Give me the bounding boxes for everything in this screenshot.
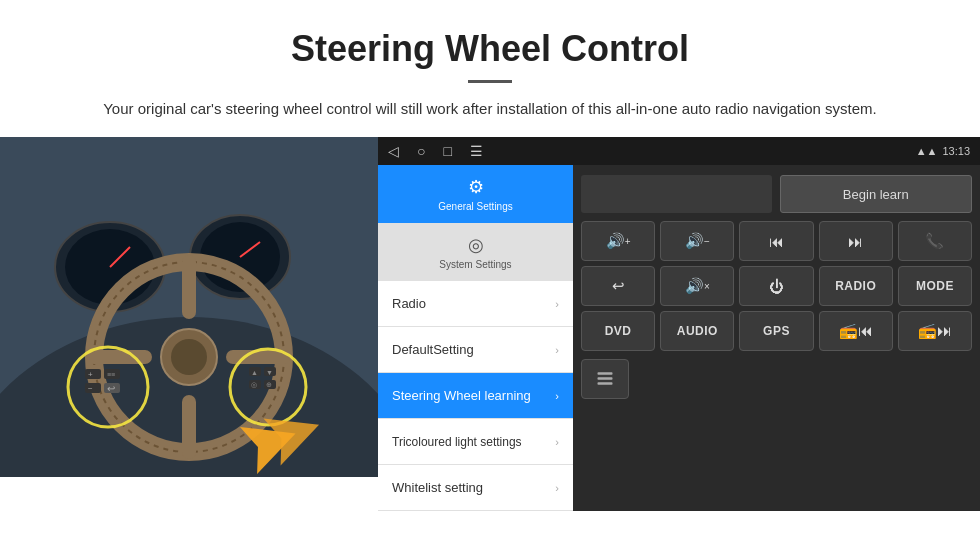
chevron-icon: › — [555, 436, 559, 448]
wifi-icon: ▲▲ — [916, 145, 938, 157]
svg-text:≡≡: ≡≡ — [107, 371, 115, 378]
svg-text:▼: ▼ — [266, 369, 273, 376]
power-btn[interactable]: ⏻ — [739, 266, 813, 306]
chevron-icon: › — [555, 482, 559, 494]
begin-learn-row: Begin learn — [581, 173, 972, 215]
control-row-1: 🔊+ 🔊− ⏮ ⏭ 📞 — [581, 221, 972, 261]
chevron-icon: › — [555, 344, 559, 356]
radio-prev-btn[interactable]: 📻⏮ — [819, 311, 893, 351]
car-image: + − ≡≡ ↩ ▲ ▼ ◎ ⊕ — [0, 137, 378, 477]
menu-item-steering[interactable]: Steering Wheel learning › — [378, 373, 573, 419]
home-nav-btn[interactable]: ○ — [417, 143, 425, 159]
recents-nav-btn[interactable]: □ — [443, 143, 451, 159]
control-row-2: ↩ 🔊× ⏻ RADIO MODE — [581, 266, 972, 306]
list-icon — [595, 369, 615, 389]
control-area: Begin learn 🔊+ 🔊− ⏮ ⏭ 📞 ↩ 🔊× — [573, 165, 980, 511]
menu-item-tricoloured[interactable]: Tricoloured light settings › — [378, 419, 573, 465]
title-divider — [468, 80, 512, 83]
menu-item-radio[interactable]: Radio › — [378, 281, 573, 327]
back-nav-btn[interactable]: ◁ — [388, 143, 399, 159]
audio-btn[interactable]: AUDIO — [660, 311, 734, 351]
menu-nav-btn[interactable]: ☰ — [470, 143, 483, 159]
chevron-icon: › — [555, 390, 559, 402]
prev-track-btn[interactable]: ⏮ — [739, 221, 813, 261]
android-main: ⚙ General Settings ◎ System Settings Rad… — [378, 165, 980, 511]
radio-btn[interactable]: RADIO — [819, 266, 893, 306]
svg-rect-37 — [598, 377, 613, 380]
svg-rect-36 — [598, 372, 613, 375]
control-row-3: DVD AUDIO GPS 📻⏮ 📻⏭ — [581, 311, 972, 351]
page-subtitle: Your original car's steering wheel contr… — [80, 97, 900, 121]
svg-point-15 — [171, 339, 207, 375]
settings-sidebar: ⚙ General Settings ◎ System Settings Rad… — [378, 165, 573, 511]
vol-down-btn[interactable]: 🔊− — [660, 221, 734, 261]
control-grid: 🔊+ 🔊− ⏮ ⏭ 📞 ↩ 🔊× ⏻ RADIO MODE — [581, 221, 972, 351]
mode-btn[interactable]: MODE — [898, 266, 972, 306]
android-nav: ◁ ○ □ ☰ — [388, 143, 483, 159]
control-row-bottom — [581, 359, 972, 399]
main-content: + − ≡≡ ↩ ▲ ▼ ◎ ⊕ — [0, 137, 980, 477]
page-title: Steering Wheel Control — [40, 28, 940, 70]
dvd-btn[interactable]: DVD — [581, 311, 655, 351]
svg-rect-38 — [598, 382, 613, 385]
begin-learn-spacer — [581, 175, 772, 213]
mute-btn[interactable]: 🔊× — [660, 266, 734, 306]
svg-text:↩: ↩ — [107, 383, 115, 394]
hang-up-btn[interactable]: ↩ — [581, 266, 655, 306]
top-section: Steering Wheel Control Your original car… — [0, 0, 980, 137]
android-device: ◁ ○ □ ☰ ▲▲ 13:13 ⚙ General Settings ◎ — [378, 137, 980, 477]
chevron-icon: › — [555, 298, 559, 310]
gps-btn[interactable]: GPS — [739, 311, 813, 351]
time-display: 13:13 — [942, 145, 970, 157]
radio-next-btn[interactable]: 📻⏭ — [898, 311, 972, 351]
status-icons: ▲▲ 13:13 — [916, 145, 970, 157]
steering-wheel-svg: + − ≡≡ ↩ ▲ ▼ ◎ ⊕ — [0, 137, 378, 477]
tab-general[interactable]: ⚙ General Settings — [378, 165, 573, 223]
begin-learn-button[interactable]: Begin learn — [780, 175, 973, 213]
menu-item-whitelist[interactable]: Whitelist setting › — [378, 465, 573, 511]
svg-text:◎: ◎ — [251, 381, 257, 388]
android-statusbar: ◁ ○ □ ☰ ▲▲ 13:13 — [378, 137, 980, 165]
svg-text:+: + — [88, 370, 93, 379]
vol-up-btn[interactable]: 🔊+ — [581, 221, 655, 261]
svg-text:▲: ▲ — [251, 369, 258, 376]
svg-text:⊕: ⊕ — [266, 381, 272, 388]
tab-system[interactable]: ◎ System Settings — [378, 223, 573, 281]
system-settings-icon: ◎ — [468, 234, 484, 256]
settings-menu: Radio › DefaultSetting › Steering Wheel … — [378, 281, 573, 511]
svg-text:−: − — [88, 384, 93, 393]
bottom-icon-btn[interactable] — [581, 359, 629, 399]
general-settings-icon: ⚙ — [468, 176, 484, 198]
phone-btn[interactable]: 📞 — [898, 221, 972, 261]
next-track-btn[interactable]: ⏭ — [819, 221, 893, 261]
menu-item-default[interactable]: DefaultSetting › — [378, 327, 573, 373]
